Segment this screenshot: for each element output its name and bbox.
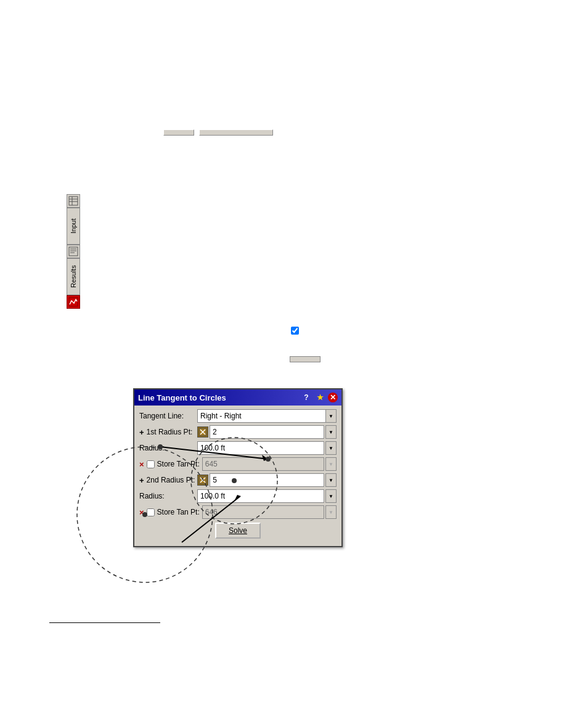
store-tan2-dropdown[interactable]: ▼: [325, 505, 337, 519]
side-tab-map-icon[interactable]: [67, 295, 80, 309]
divider-line: [49, 622, 160, 623]
side-tab-table-icon[interactable]: [67, 194, 80, 208]
diagram-svg: [49, 401, 296, 592]
tangent-line-dropdown-arrow[interactable]: ▼: [325, 409, 337, 423]
tangent-line-bottom: [182, 496, 240, 542]
help-icon[interactable]: ?: [301, 392, 312, 403]
side-tabs: Input Results: [67, 194, 80, 309]
radius2-dropdown[interactable]: ▼: [325, 489, 337, 503]
svg-rect-10: [69, 247, 78, 256]
second-radius-pt-dropdown[interactable]: ▼: [325, 473, 337, 487]
tangent-line-top: [160, 447, 268, 459]
input-tab-label: Input: [70, 219, 77, 234]
center-dot-right: [232, 478, 237, 483]
results-tab[interactable]: Results: [67, 258, 80, 295]
dialog-title-icons: ? ★ ✕: [301, 392, 338, 403]
right-checkbox-area: [291, 327, 299, 335]
diagram-area: [49, 401, 296, 592]
tangent-dot-left-top: [158, 444, 163, 449]
first-radius-pt-dropdown[interactable]: ▼: [325, 425, 337, 439]
small-bottom-button[interactable]: [290, 356, 321, 362]
side-tab-results-icon[interactable]: [67, 245, 80, 258]
top-buttons-area: [163, 129, 273, 136]
radius1-dropdown[interactable]: ▼: [325, 441, 337, 455]
center-dot-left: [142, 512, 147, 517]
star-icon[interactable]: ★: [314, 392, 325, 403]
top-button-2[interactable]: [199, 129, 273, 136]
close-icon[interactable]: ✕: [328, 393, 338, 402]
tangent-dot-right: [266, 457, 271, 462]
tangent-arrow-top: [234, 495, 240, 501]
results-tab-label: Results: [70, 266, 77, 288]
top-button-1[interactable]: [163, 129, 194, 136]
store-tan1-dropdown[interactable]: ▼: [325, 457, 337, 471]
input-tab[interactable]: Input: [67, 208, 80, 245]
right-checkbox[interactable]: [291, 327, 299, 335]
svg-rect-6: [69, 197, 78, 205]
